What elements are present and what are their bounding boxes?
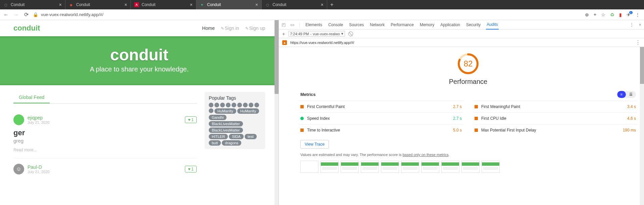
favicon-generic: ◌	[265, 2, 270, 7]
scrollbar[interactable]	[275, 20, 279, 205]
panel-application[interactable]: Application	[440, 20, 461, 29]
like-button[interactable]: ♥ 1	[185, 116, 197, 123]
browser-tab[interactable]: ▼ Conduit ×	[196, 0, 262, 9]
tag-pill[interactable]: HuManIty	[237, 108, 259, 114]
filmstrip-frame	[401, 161, 419, 173]
tag-pill[interactable]: Gandhi	[209, 115, 227, 120]
new-tab-button[interactable]: +	[327, 0, 337, 9]
tag-pill[interactable]: BlackLivesMatter	[209, 127, 243, 133]
extension-icon[interactable]: ♻	[610, 12, 614, 17]
close-icon[interactable]: ×	[321, 2, 324, 7]
author-link[interactable]: Paul-D	[28, 164, 49, 170]
chevron-down-icon: ▾	[341, 32, 343, 36]
toggle-compact[interactable]: ≡	[617, 91, 626, 98]
lighthouse-icon: ▲	[282, 40, 287, 45]
bookmark-icon[interactable]: ☆	[601, 12, 605, 17]
extension-icon[interactable]: ▮	[619, 12, 622, 17]
view-trace-button[interactable]: View Trace	[300, 140, 329, 149]
tag-pill[interactable]	[209, 108, 213, 113]
tag-pill[interactable]	[243, 103, 248, 107]
new-audit-button[interactable]: +	[282, 31, 285, 37]
article-date: July 21, 2020	[28, 120, 49, 124]
browser-tab[interactable]: A Conduit ×	[131, 0, 196, 9]
forward-button[interactable]: →	[13, 12, 19, 18]
menu-icon[interactable]: ⋮	[635, 12, 640, 17]
devtools-tabs: ◰ ▭ | Elements Console Sources Network P…	[279, 20, 644, 30]
tag-pill[interactable]	[220, 103, 225, 107]
tag-pill[interactable]	[209, 103, 213, 107]
browser-tab[interactable]: ◌ Conduit ×	[0, 0, 65, 9]
reload-button[interactable]: ⟳	[23, 11, 30, 18]
settings-icon[interactable]: ⋮	[630, 22, 634, 27]
tag-pill[interactable]: SIDA	[229, 134, 244, 139]
article-preview: ☺ Paul-D July 21, 2020 ♥ 1	[13, 158, 197, 180]
browser-tab-strip: ◌ Conduit × ◆ Conduit × A Conduit × ▼ Co…	[0, 0, 644, 9]
avatar[interactable]: ☺	[13, 164, 24, 174]
tag-pill[interactable]	[232, 103, 236, 107]
panel-audits[interactable]: Audits	[486, 20, 498, 30]
tag-pill[interactable]	[226, 103, 231, 107]
nav-home[interactable]: Home	[202, 25, 214, 31]
inspect-icon[interactable]: ◰	[282, 22, 286, 27]
panel-memory[interactable]: Memory	[419, 20, 435, 29]
scrollbar[interactable]	[640, 47, 644, 205]
tag-pill[interactable]: test	[245, 134, 257, 139]
more-icon[interactable]: ⋮	[635, 39, 641, 46]
panel-elements[interactable]: Elements	[305, 20, 323, 29]
view-toggle[interactable]: ≡ ☰	[617, 91, 636, 98]
tag-pill[interactable]	[249, 103, 253, 107]
audit-run-dropdown[interactable]: 7:24:49 PM - vue-vuex-realwo ▾	[288, 31, 345, 37]
metric-name: First Meaningful Paint	[481, 104, 627, 109]
toggle-expanded[interactable]: ☰	[626, 91, 636, 98]
audit-url-bar: ▲ https://vue-vuex-realworld.netlify.app…	[279, 38, 644, 47]
close-icon[interactable]: ×	[59, 2, 62, 7]
browser-tab[interactable]: ◆ Conduit ×	[65, 0, 131, 9]
url-input[interactable]: 🔒 vue-vuex-realworld.netlify.app/#/	[33, 12, 582, 17]
article-title[interactable]: ger	[13, 129, 197, 137]
extension-icon[interactable]: ✈1	[627, 12, 631, 17]
tag-pill[interactable]	[254, 103, 259, 107]
disclaimer-link[interactable]: based only on these metrics	[402, 153, 448, 157]
nav-signup[interactable]: ✎Sign up	[245, 25, 265, 31]
brand-logo[interactable]: conduit	[13, 24, 40, 33]
tag-pill[interactable]: HuManIty	[214, 108, 236, 114]
panel-sources[interactable]: Sources	[348, 20, 364, 29]
scrollbar-thumb[interactable]	[275, 20, 279, 94]
translate-icon[interactable]: ⌖	[594, 12, 596, 17]
close-icon[interactable]: ×	[639, 22, 641, 27]
tag-pill[interactable]: BlackLivesMatter	[209, 121, 243, 126]
nav-signin[interactable]: ✎Sign in	[221, 25, 239, 31]
panel-network[interactable]: Network	[369, 20, 385, 29]
close-icon[interactable]: ×	[255, 2, 258, 7]
close-icon[interactable]: ×	[190, 2, 193, 7]
avatar[interactable]	[13, 114, 24, 125]
panel-security[interactable]: Security	[465, 20, 481, 29]
like-button[interactable]: ♥ 1	[185, 166, 197, 172]
browser-tab[interactable]: ◌ Conduit ×	[262, 0, 327, 9]
lock-icon: 🔒	[33, 12, 38, 17]
panel-console[interactable]: Console	[328, 20, 344, 29]
metric-row: First CPU Idle4.6 s	[473, 112, 637, 124]
clear-icon[interactable]	[348, 32, 353, 36]
hero-banner: conduit A place to share your knowledge.	[0, 36, 279, 85]
tag-pill[interactable]: dragons	[222, 140, 241, 146]
app-navbar: conduit Home ✎Sign in ✎Sign up	[0, 20, 279, 36]
tag-pill[interactable]	[214, 103, 219, 107]
author-link[interactable]: ejiqpep	[28, 115, 49, 120]
tag-pill[interactable]	[237, 103, 242, 107]
like-count: 1	[191, 117, 194, 122]
tag-pill[interactable]: HITLER	[209, 134, 228, 139]
read-more-link[interactable]: Read more...	[13, 148, 37, 152]
status-dot	[300, 117, 304, 120]
back-button[interactable]: ←	[3, 12, 9, 18]
panel-performance[interactable]: Performance	[390, 20, 414, 29]
install-icon[interactable]: ⊕	[585, 12, 589, 17]
heart-icon: ♥	[188, 167, 190, 171]
device-icon[interactable]: ▭	[290, 22, 294, 27]
address-bar: ← → ⟳ 🔒 vue-vuex-realworld.netlify.app/#…	[0, 9, 644, 20]
metric-name: Max Potential First Input Delay	[481, 128, 623, 133]
tag-pill[interactable]: butt	[209, 140, 221, 146]
tab-global-feed[interactable]: Global Feed	[13, 92, 50, 103]
scrollbar-thumb[interactable]	[640, 47, 644, 84]
close-icon[interactable]: ×	[125, 2, 127, 7]
